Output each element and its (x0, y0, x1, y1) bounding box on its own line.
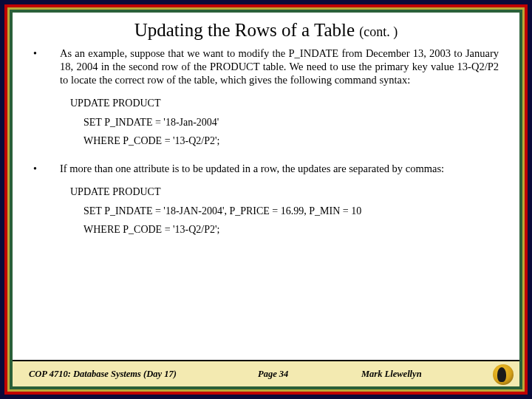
footer-page: Page 34 (258, 369, 361, 380)
code-block-1: UPDATE PRODUCT SET P_INDATE = '18-Jan-20… (70, 94, 499, 150)
bullet-item: • If more than one attribute is to be up… (33, 162, 499, 176)
ucf-logo-icon (493, 364, 514, 385)
code-line: UPDATE PRODUCT (70, 183, 499, 201)
bullet-item: • As an example, suppose that we want to… (33, 47, 499, 86)
logo-pegasus (497, 367, 506, 382)
slide-content: • As an example, suppose that we want to… (13, 47, 519, 360)
code-line: SET P_INDATE = '18-JAN-2004', P_PRICE = … (83, 202, 499, 220)
bullet-marker: • (33, 47, 60, 86)
slide-footer: COP 4710: Database Systems (Day 17) Page… (13, 360, 519, 386)
code-line: UPDATE PRODUCT (70, 94, 499, 112)
title-main: Updating the Rows of a Table (134, 20, 360, 40)
slide-title: Updating the Rows of a Table (cont. ) (13, 13, 519, 47)
frame-green: Updating the Rows of a Table (cont. ) • … (10, 10, 522, 389)
footer-author: Mark Llewellyn (361, 369, 512, 380)
frame-outer: Updating the Rows of a Table (cont. ) • … (0, 0, 532, 399)
title-cont: (cont. ) (359, 24, 398, 39)
frame-yellow: Updating the Rows of a Table (cont. ) • … (7, 7, 525, 392)
slide: Updating the Rows of a Table (cont. ) • … (13, 13, 519, 386)
code-line: WHERE P_CODE = '13-Q2/P2'; (83, 132, 499, 150)
bullet-text: As an example, suppose that we want to m… (60, 47, 499, 86)
footer-course: COP 4710: Database Systems (Day 17) (29, 369, 258, 380)
bullet-marker: • (33, 162, 60, 176)
code-line: SET P_INDATE = '18-Jan-2004' (83, 113, 499, 132)
bullet-text: If more than one attribute is to be upda… (60, 162, 499, 176)
code-block-2: UPDATE PRODUCT SET P_INDATE = '18-JAN-20… (70, 183, 499, 239)
logo-circle (493, 364, 514, 385)
code-line: WHERE P_CODE = '13-Q2/P2'; (83, 220, 499, 239)
frame-red: Updating the Rows of a Table (cont. ) • … (4, 4, 528, 395)
